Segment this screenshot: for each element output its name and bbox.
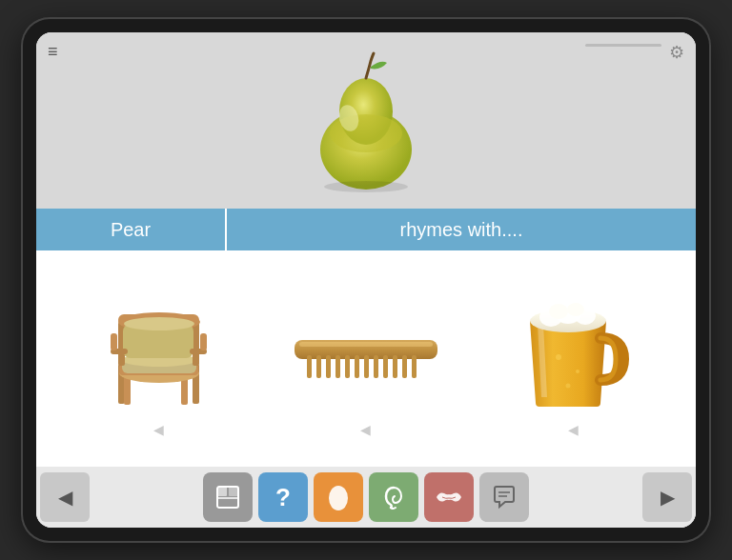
ear-icon xyxy=(381,485,406,510)
settings-icon[interactable]: ⚙ xyxy=(669,42,684,63)
svg-rect-26 xyxy=(326,355,331,378)
answer-area: ◀ xyxy=(36,250,696,467)
svg-point-41 xyxy=(549,304,568,319)
forward-button[interactable]: ▶ xyxy=(642,472,692,522)
svg-rect-29 xyxy=(355,355,359,378)
svg-rect-7 xyxy=(124,376,131,405)
chair-image xyxy=(83,290,235,414)
svg-rect-27 xyxy=(336,355,340,378)
answer-comb[interactable]: ◀ xyxy=(290,290,442,437)
lips-button[interactable] xyxy=(424,472,474,522)
comb-image xyxy=(290,290,442,414)
svg-rect-34 xyxy=(402,355,407,378)
svg-point-4 xyxy=(324,181,408,192)
menu-icon[interactable]: ≡ xyxy=(48,42,58,62)
chat-button[interactable] xyxy=(479,472,529,522)
volume-slider[interactable] xyxy=(585,44,661,47)
svg-rect-22 xyxy=(200,333,207,350)
egg-icon xyxy=(326,482,351,512)
word-bar: Pear rhymes with.... xyxy=(36,209,696,250)
svg-point-50 xyxy=(329,486,348,510)
svg-rect-33 xyxy=(393,355,397,378)
svg-point-42 xyxy=(567,303,584,316)
listen-button[interactable] xyxy=(369,472,418,522)
chat-icon xyxy=(492,485,517,510)
answer-chair[interactable]: ◀ xyxy=(83,290,235,437)
svg-point-18 xyxy=(124,317,194,330)
pear-image xyxy=(290,50,442,192)
svg-rect-32 xyxy=(383,355,388,378)
lips-icon xyxy=(435,488,463,507)
volume-slider-area xyxy=(585,44,661,47)
chair-speaker[interactable]: ◀ xyxy=(153,422,164,437)
comb-svg xyxy=(290,319,442,386)
toolbar-center: ? xyxy=(203,472,529,522)
comb-speaker[interactable]: ◀ xyxy=(360,422,371,437)
svg-point-43 xyxy=(556,354,561,360)
library-button[interactable] xyxy=(203,472,253,522)
svg-rect-35 xyxy=(412,355,417,378)
svg-point-44 xyxy=(576,370,580,373)
pear-button[interactable]: Pear xyxy=(36,209,227,250)
svg-rect-14 xyxy=(193,322,199,366)
svg-rect-47 xyxy=(217,487,227,496)
question-icon: ? xyxy=(275,483,291,512)
screen: ≡ ⚙ xyxy=(36,32,696,528)
record-button[interactable] xyxy=(314,472,363,522)
svg-rect-49 xyxy=(229,487,238,496)
beer-svg xyxy=(511,290,635,414)
bottom-bar: ◀ ? xyxy=(36,467,696,528)
answer-beer[interactable]: ◀ xyxy=(497,290,649,437)
svg-rect-21 xyxy=(111,333,117,350)
question-button[interactable]: ? xyxy=(258,472,308,522)
svg-rect-36 xyxy=(299,342,433,347)
svg-rect-25 xyxy=(316,355,321,378)
tablet-frame: ≡ ⚙ xyxy=(23,19,709,541)
beer-speaker[interactable]: ◀ xyxy=(568,422,579,437)
library-icon xyxy=(215,485,240,510)
pear-svg xyxy=(290,50,442,192)
chair-svg xyxy=(97,295,221,410)
svg-rect-28 xyxy=(345,355,350,378)
back-button[interactable]: ◀ xyxy=(40,472,90,522)
svg-point-45 xyxy=(566,383,571,388)
beer-image xyxy=(497,290,649,414)
image-area: ≡ ⚙ xyxy=(36,32,696,209)
svg-rect-31 xyxy=(374,355,378,378)
svg-rect-24 xyxy=(307,355,312,378)
rhymes-button[interactable]: rhymes with.... xyxy=(227,209,696,250)
svg-rect-30 xyxy=(364,355,369,378)
